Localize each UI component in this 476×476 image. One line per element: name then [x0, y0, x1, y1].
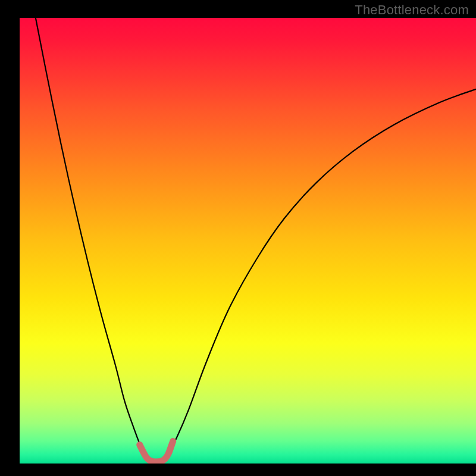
gradient-background — [20, 18, 476, 464]
chart-frame: TheBottleneck.com — [0, 0, 476, 476]
attribution-label: TheBottleneck.com — [355, 2, 469, 18]
bottleneck-chart — [0, 0, 476, 476]
